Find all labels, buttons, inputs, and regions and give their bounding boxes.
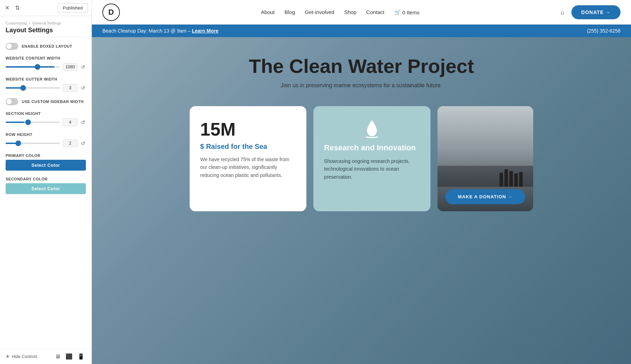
boxed-layout-toggle[interactable] (6, 43, 18, 50)
nav-shop[interactable]: Shop (344, 9, 357, 15)
section-height-value: 4 (63, 118, 77, 126)
custom-sidebar-row: Use Custom Sidebar Width (6, 98, 86, 105)
top-bar-left: ✕ ⇅ (4, 3, 21, 13)
content-width-label: Website Content Width (6, 56, 86, 60)
hero-section: The Clean Water Project Join us in prese… (92, 37, 631, 364)
primary-color-button[interactable]: Select Color (6, 160, 86, 171)
secondary-color-label: Secondary Color (6, 177, 86, 181)
boxed-layout-label: Enable Boxed Layout (22, 44, 72, 48)
eye-icon: 👁 (6, 354, 10, 359)
site-preview: D About Blog Get-involved Shop Contact 🛒… (92, 0, 631, 364)
gutter-width-slider-row: 3 ↺ (6, 84, 86, 92)
section-height-reset[interactable]: ↺ (80, 119, 86, 126)
nav-contact[interactable]: Contact (366, 9, 385, 15)
swap-button[interactable]: ⇅ (14, 3, 21, 13)
breadcrumb-section: Customizing › General Settings Layout Se… (0, 16, 91, 37)
breadcrumb-parent[interactable]: Customizing (6, 21, 27, 25)
card-research-body: Showcasing ongoing research projects, te… (324, 157, 420, 181)
silhouette-person-4 (514, 173, 518, 187)
hero-subtitle: Join us in preserving marine ecosystems … (281, 82, 442, 89)
cart-items: 0 Items (402, 9, 420, 15)
nav-about[interactable]: About (261, 9, 274, 15)
announcement-link[interactable]: Learn More (192, 28, 218, 34)
hero-title: The Clean Water Project (249, 55, 474, 77)
silhouette-person-1 (500, 173, 503, 187)
water-icon (324, 119, 420, 138)
published-button[interactable]: Published (57, 3, 88, 13)
silhouette-person-3 (509, 171, 513, 187)
silhouette-person-5 (519, 172, 523, 187)
secondary-color-button[interactable]: Select Color (6, 183, 86, 194)
panel-content: Enable Boxed Layout Website Content Widt… (0, 37, 91, 349)
custom-sidebar-label: Use Custom Sidebar Width (22, 99, 84, 104)
content-width-row: Website Content Width 1080 ↺ (6, 56, 86, 71)
announcement-phone: (255) 352-6258 (587, 28, 620, 34)
nav-logo: D (102, 4, 120, 21)
content-width-slider[interactable] (6, 66, 60, 68)
desktop-view-button[interactable]: 🖥 (54, 353, 62, 360)
nav-blog[interactable]: Blog (285, 9, 295, 15)
close-icon: ✕ (5, 5, 9, 11)
secondary-color-row: Secondary Color Select Color (6, 177, 86, 194)
nav-links: About Blog Get-involved Shop Contact 🛒 0… (261, 9, 419, 15)
breadcrumb-middle[interactable]: General Settings (32, 21, 61, 25)
cards-row: 15M $ Raised for the Sea We have recycle… (169, 106, 554, 211)
hero-content: The Clean Water Project Join us in prese… (92, 37, 631, 211)
row-height-slider[interactable] (6, 143, 60, 144)
nav-right: ⌕ DONATE → (561, 5, 620, 19)
section-height-label: Section Height (6, 111, 86, 116)
section-height-row: Section Height 4 ↺ (6, 111, 86, 126)
content-width-slider-row: 1080 ↺ (6, 63, 86, 71)
make-donation-button[interactable]: MAKE A DONATION → (445, 189, 525, 204)
card-stat-body: We have recycled 75% of the waste from o… (200, 156, 296, 179)
gutter-width-slider[interactable] (6, 87, 60, 89)
tablet-view-button[interactable]: ⬛ (64, 352, 74, 360)
search-icon[interactable]: ⌕ (561, 9, 564, 16)
primary-color-label: Primary Color (6, 153, 86, 158)
section-height-slider[interactable] (6, 122, 60, 123)
row-height-reset[interactable]: ↺ (80, 140, 86, 147)
card-research-title: Research and Innovation (324, 143, 420, 152)
mobile-view-button[interactable]: 📱 (76, 352, 86, 360)
row-height-value: 2 (63, 139, 77, 147)
bottom-bar: 👁 Hide Controls 🖥 ⬛ 📱 (0, 349, 91, 364)
boxed-layout-row: Enable Boxed Layout (6, 43, 86, 50)
gutter-width-reset[interactable]: ↺ (80, 84, 86, 91)
announcement-text: Beach Cleanup Day: March 13 @ 9am – Lear… (102, 28, 218, 34)
gutter-width-value: 3 (63, 84, 77, 92)
row-height-row: Row Height 2 ↺ (6, 132, 86, 147)
content-width-reset[interactable]: ↺ (80, 63, 86, 70)
gutter-width-label: Website Gutter Width (6, 77, 86, 81)
nav-get-involved[interactable]: Get-involved (305, 9, 334, 15)
card-stat-title: $ Raised for the Sea (200, 143, 296, 151)
silhouette-person-2 (504, 169, 508, 187)
hide-controls-label: Hide Controls (12, 354, 38, 359)
announcement-bar: Beach Cleanup Day: March 13 @ 9am – Lear… (92, 25, 631, 37)
card-stat: 15M $ Raised for the Sea We have recycle… (190, 106, 306, 211)
hide-controls-button[interactable]: 👁 Hide Controls (6, 354, 38, 359)
view-icons: 🖥 ⬛ 📱 (54, 352, 86, 360)
custom-sidebar-toggle[interactable] (6, 98, 18, 105)
breadcrumb-arrow: › (29, 21, 30, 25)
card-image: MAKE A DONATION → (437, 106, 533, 211)
breadcrumb: Customizing › General Settings (6, 21, 86, 25)
swap-icon: ⇅ (15, 5, 20, 11)
announcement-message: Beach Cleanup Day: March 13 @ 9am – (102, 28, 191, 34)
top-bar: ✕ ⇅ Published (0, 0, 91, 16)
site-nav: D About Blog Get-involved Shop Contact 🛒… (92, 0, 631, 25)
section-title: Layout Settings (6, 27, 86, 34)
nav-cart[interactable]: 🛒 0 Items (394, 9, 420, 15)
row-height-slider-row: 2 ↺ (6, 139, 86, 147)
primary-color-row: Primary Color Select Color (6, 153, 86, 171)
close-button[interactable]: ✕ (4, 3, 11, 13)
card-research: Research and Innovation Showcasing ongoi… (313, 106, 430, 211)
section-height-slider-row: 4 ↺ (6, 118, 86, 126)
cart-icon: 🛒 (394, 9, 401, 15)
row-height-label: Row Height (6, 132, 86, 137)
card-stat-value: 15M (200, 119, 296, 140)
water-drop-svg (364, 119, 380, 138)
donate-button[interactable]: DONATE → (571, 5, 620, 19)
gutter-width-row: Website Gutter Width 3 ↺ (6, 77, 86, 92)
content-width-value: 1080 (63, 63, 77, 71)
left-panel: ✕ ⇅ Published Customizing › General Sett… (0, 0, 92, 364)
